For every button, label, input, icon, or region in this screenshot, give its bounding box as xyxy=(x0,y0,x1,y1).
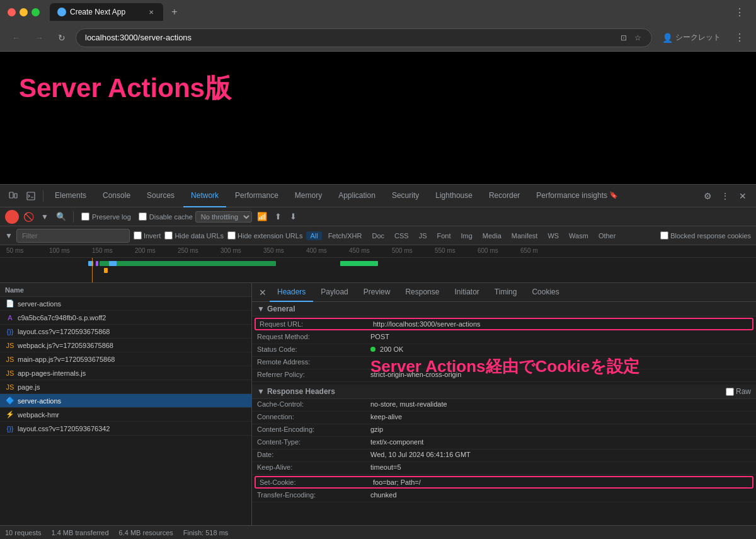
window-menu-button[interactable]: ⋮ xyxy=(731,3,748,21)
request-url-key: Request URL: xyxy=(260,320,373,328)
filter-tag-js[interactable]: JS xyxy=(415,231,431,240)
devtools-console-icon[interactable] xyxy=(23,188,39,204)
throttle-select[interactable]: No throttling xyxy=(195,211,252,223)
bookmark-icon[interactable]: ☆ xyxy=(633,33,643,43)
reload-button[interactable]: ↻ xyxy=(53,29,71,47)
search-button[interactable]: 🔍 xyxy=(54,210,68,224)
tick-400ms: 400 ms xyxy=(306,247,327,254)
transfer-encoding-row: Transfer-Encoding: chunked xyxy=(252,490,756,502)
file-row-main-app-js[interactable]: JS main-app.js?v=1720593675868 xyxy=(0,352,251,366)
back-button[interactable]: ← xyxy=(8,29,25,47)
browser-tab[interactable]: Create Next App ✕ xyxy=(50,3,163,21)
preserve-log-label: Preserve log xyxy=(92,213,131,221)
tick-650ms: 650 m xyxy=(520,247,538,254)
forward-button[interactable]: → xyxy=(30,29,48,47)
panel-tab-response[interactable]: Response xyxy=(398,283,447,302)
file-row-server-actions-1[interactable]: 📄 server-actions xyxy=(0,297,251,311)
close-panel-button[interactable]: ✕ xyxy=(256,286,270,299)
ws-icon: ⚡ xyxy=(5,410,15,420)
filter-tag-manifest[interactable]: Manifest xyxy=(508,231,542,240)
devtools-more-icon[interactable]: ⋮ xyxy=(717,188,733,204)
filter-tag-font[interactable]: Font xyxy=(433,231,454,240)
upload-button[interactable]: ⬆ xyxy=(272,211,285,223)
finish-time: Finish: 518 ms xyxy=(183,529,229,536)
filter-tag-other[interactable]: Other xyxy=(595,231,620,240)
hide-data-urls-label: Hide data URLs xyxy=(175,232,224,240)
clear-button[interactable]: 🚫 xyxy=(21,210,35,224)
connection-value: keep-alive xyxy=(370,413,751,422)
tab-network[interactable]: Network xyxy=(183,185,226,207)
close-button[interactable] xyxy=(8,8,16,16)
browser-menu-button[interactable]: ⋮ xyxy=(731,29,748,47)
filter-tag-wasm[interactable]: Wasm xyxy=(565,231,592,240)
preserve-log-checkbox[interactable]: Preserve log xyxy=(81,212,131,221)
filter-tag-fetchxhr[interactable]: Fetch/XHR xyxy=(324,231,366,240)
invert-input[interactable] xyxy=(134,231,142,240)
tab-security[interactable]: Security xyxy=(384,185,427,207)
hide-extension-urls-checkbox[interactable]: Hide extension URLs xyxy=(227,231,302,240)
panel-tab-initiator[interactable]: Initiator xyxy=(447,283,486,302)
response-headers-section-header[interactable]: ▼ Response Headers Raw xyxy=(252,385,756,399)
hide-extension-urls-input[interactable] xyxy=(227,231,236,240)
filter-tag-css[interactable]: CSS xyxy=(391,231,413,240)
url-bar[interactable]: localhost:3000/server-actions ⊡ ☆ xyxy=(76,28,652,47)
filter-tag-all[interactable]: All xyxy=(306,231,321,240)
tab-elements[interactable]: Elements xyxy=(47,185,94,207)
tab-memory[interactable]: Memory xyxy=(287,185,329,207)
new-tab-button[interactable]: + xyxy=(166,3,183,21)
file-row-app-pages-internals[interactable]: JS app-pages-internals.js xyxy=(0,366,251,380)
set-cookie-key: Set-Cookie: xyxy=(260,478,373,486)
panel-tab-cookies[interactable]: Cookies xyxy=(524,283,566,302)
general-section-header[interactable]: ▼ General xyxy=(252,302,756,316)
devtools-close-icon[interactable]: ✕ xyxy=(735,188,751,204)
invert-checkbox[interactable]: Invert xyxy=(134,231,161,240)
tab-recorder[interactable]: Recorder xyxy=(481,185,527,207)
tab-performance[interactable]: Performance xyxy=(227,185,286,207)
panel-tab-headers[interactable]: Headers xyxy=(270,283,313,302)
raw-checkbox[interactable]: Raw xyxy=(726,387,751,396)
filter-tag-media[interactable]: Media xyxy=(479,231,505,240)
tab-application[interactable]: Application xyxy=(331,185,383,207)
filter-input[interactable] xyxy=(16,229,130,243)
tab-performance-insights[interactable]: Performance insights🔖 xyxy=(529,185,626,207)
download-button[interactable]: ⬇ xyxy=(287,211,300,223)
raw-input[interactable] xyxy=(726,388,734,396)
minimize-button[interactable] xyxy=(20,8,28,16)
blocked-response-cookies-input[interactable] xyxy=(660,231,668,240)
preserve-log-input[interactable] xyxy=(81,212,89,221)
filter-tag-img[interactable]: Img xyxy=(457,231,476,240)
record-button[interactable] xyxy=(5,210,19,224)
maximize-button[interactable] xyxy=(32,8,40,16)
file-row-woff2[interactable]: A c9a5bc6a7c948fb0-s.p.woff2 xyxy=(0,311,251,325)
devtools-toggle-icon[interactable] xyxy=(5,188,21,204)
tab-sources[interactable]: Sources xyxy=(139,185,182,207)
file-row-webpack-hmr[interactable]: ⚡ webpack-hmr xyxy=(0,408,251,422)
file-row-server-actions-selected[interactable]: 🔷 server-actions xyxy=(0,394,251,408)
panel-tab-payload[interactable]: Payload xyxy=(313,283,355,302)
disable-cache-checkbox[interactable]: Disable cache xyxy=(139,212,193,221)
cast-icon[interactable]: ⊡ xyxy=(619,33,629,43)
panel-tab-timing[interactable]: Timing xyxy=(487,283,525,302)
file-row-layout-css-2[interactable]: {}} layout.css?v=1720593676342 xyxy=(0,422,251,436)
file-row-page-js[interactable]: JS page.js xyxy=(0,380,251,394)
tab-lighthouse[interactable]: Lighthouse xyxy=(428,185,480,207)
file-name: main-app.js?v=1720593675868 xyxy=(18,356,246,363)
tick-550ms: 550 ms xyxy=(435,247,455,254)
file-name: server-actions xyxy=(18,397,246,405)
incognito-button[interactable]: 👤 シークレット xyxy=(657,30,726,45)
hide-data-urls-checkbox[interactable]: Hide data URLs xyxy=(164,231,224,240)
panel-tab-preview[interactable]: Preview xyxy=(356,283,398,302)
request-method-key: Request Method: xyxy=(257,333,370,342)
disable-cache-input[interactable] xyxy=(139,212,147,221)
blocked-response-cookies-checkbox[interactable]: Blocked response cookies xyxy=(660,231,751,240)
filter-tag-ws[interactable]: WS xyxy=(544,231,563,240)
filter-button[interactable]: ▼ xyxy=(38,210,52,224)
devtools-settings-icon[interactable]: ⚙ xyxy=(699,188,716,204)
hide-data-urls-input[interactable] xyxy=(164,231,173,240)
tab-close-button[interactable]: ✕ xyxy=(147,8,156,16)
tab-console[interactable]: Console xyxy=(95,185,138,207)
file-row-webpack-js[interactable]: JS webpack.js?v=1720593675868 xyxy=(0,339,251,352)
file-row-layout-css-1[interactable]: {}} layout.css?v=1720593675868 xyxy=(0,325,251,339)
filter-tag-doc[interactable]: Doc xyxy=(368,231,388,240)
file-name: layout.css?v=1720593675868 xyxy=(18,328,246,335)
